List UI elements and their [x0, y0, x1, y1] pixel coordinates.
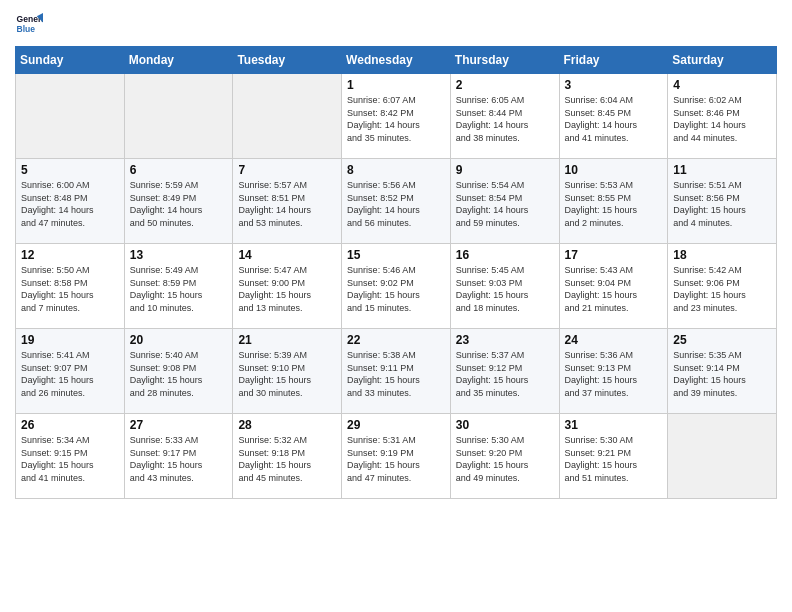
day-number: 4: [673, 78, 771, 92]
calendar-cell: 2Sunrise: 6:05 AM Sunset: 8:44 PM Daylig…: [450, 74, 559, 159]
weekday-header: Sunday: [16, 47, 125, 74]
calendar-cell: 7Sunrise: 5:57 AM Sunset: 8:51 PM Daylig…: [233, 159, 342, 244]
day-number: 26: [21, 418, 119, 432]
calendar-header-row: SundayMondayTuesdayWednesdayThursdayFrid…: [16, 47, 777, 74]
calendar-week-row: 19Sunrise: 5:41 AM Sunset: 9:07 PM Dayli…: [16, 329, 777, 414]
cell-content: Sunrise: 5:34 AM Sunset: 9:15 PM Dayligh…: [21, 434, 119, 484]
day-number: 31: [565, 418, 663, 432]
calendar-cell: 29Sunrise: 5:31 AM Sunset: 9:19 PM Dayli…: [342, 414, 451, 499]
day-number: 2: [456, 78, 554, 92]
day-number: 10: [565, 163, 663, 177]
calendar-cell: 10Sunrise: 5:53 AM Sunset: 8:55 PM Dayli…: [559, 159, 668, 244]
cell-content: Sunrise: 6:07 AM Sunset: 8:42 PM Dayligh…: [347, 94, 445, 144]
day-number: 21: [238, 333, 336, 347]
cell-content: Sunrise: 5:35 AM Sunset: 9:14 PM Dayligh…: [673, 349, 771, 399]
cell-content: Sunrise: 5:53 AM Sunset: 8:55 PM Dayligh…: [565, 179, 663, 229]
calendar-cell: 8Sunrise: 5:56 AM Sunset: 8:52 PM Daylig…: [342, 159, 451, 244]
calendar-cell: 25Sunrise: 5:35 AM Sunset: 9:14 PM Dayli…: [668, 329, 777, 414]
calendar-cell: 22Sunrise: 5:38 AM Sunset: 9:11 PM Dayli…: [342, 329, 451, 414]
day-number: 27: [130, 418, 228, 432]
calendar-cell: 5Sunrise: 6:00 AM Sunset: 8:48 PM Daylig…: [16, 159, 125, 244]
cell-content: Sunrise: 5:57 AM Sunset: 8:51 PM Dayligh…: [238, 179, 336, 229]
calendar-cell: 14Sunrise: 5:47 AM Sunset: 9:00 PM Dayli…: [233, 244, 342, 329]
calendar-cell: 20Sunrise: 5:40 AM Sunset: 9:08 PM Dayli…: [124, 329, 233, 414]
day-number: 9: [456, 163, 554, 177]
cell-content: Sunrise: 6:05 AM Sunset: 8:44 PM Dayligh…: [456, 94, 554, 144]
calendar-week-row: 26Sunrise: 5:34 AM Sunset: 9:15 PM Dayli…: [16, 414, 777, 499]
day-number: 15: [347, 248, 445, 262]
calendar-cell: 30Sunrise: 5:30 AM Sunset: 9:20 PM Dayli…: [450, 414, 559, 499]
calendar-cell: 19Sunrise: 5:41 AM Sunset: 9:07 PM Dayli…: [16, 329, 125, 414]
logo-icon: General Blue: [15, 10, 43, 38]
calendar-cell: 17Sunrise: 5:43 AM Sunset: 9:04 PM Dayli…: [559, 244, 668, 329]
calendar-cell: 16Sunrise: 5:45 AM Sunset: 9:03 PM Dayli…: [450, 244, 559, 329]
weekday-header: Friday: [559, 47, 668, 74]
weekday-header: Saturday: [668, 47, 777, 74]
cell-content: Sunrise: 5:30 AM Sunset: 9:21 PM Dayligh…: [565, 434, 663, 484]
day-number: 23: [456, 333, 554, 347]
cell-content: Sunrise: 5:45 AM Sunset: 9:03 PM Dayligh…: [456, 264, 554, 314]
calendar-table: SundayMondayTuesdayWednesdayThursdayFrid…: [15, 46, 777, 499]
cell-content: Sunrise: 5:32 AM Sunset: 9:18 PM Dayligh…: [238, 434, 336, 484]
calendar-cell: 31Sunrise: 5:30 AM Sunset: 9:21 PM Dayli…: [559, 414, 668, 499]
calendar-cell: 24Sunrise: 5:36 AM Sunset: 9:13 PM Dayli…: [559, 329, 668, 414]
cell-content: Sunrise: 5:50 AM Sunset: 8:58 PM Dayligh…: [21, 264, 119, 314]
day-number: 22: [347, 333, 445, 347]
cell-content: Sunrise: 5:59 AM Sunset: 8:49 PM Dayligh…: [130, 179, 228, 229]
calendar-week-row: 12Sunrise: 5:50 AM Sunset: 8:58 PM Dayli…: [16, 244, 777, 329]
day-number: 3: [565, 78, 663, 92]
calendar-cell: 11Sunrise: 5:51 AM Sunset: 8:56 PM Dayli…: [668, 159, 777, 244]
day-number: 28: [238, 418, 336, 432]
calendar-cell: [16, 74, 125, 159]
day-number: 1: [347, 78, 445, 92]
day-number: 30: [456, 418, 554, 432]
day-number: 6: [130, 163, 228, 177]
cell-content: Sunrise: 5:41 AM Sunset: 9:07 PM Dayligh…: [21, 349, 119, 399]
cell-content: Sunrise: 5:46 AM Sunset: 9:02 PM Dayligh…: [347, 264, 445, 314]
calendar-week-row: 5Sunrise: 6:00 AM Sunset: 8:48 PM Daylig…: [16, 159, 777, 244]
calendar-cell: 15Sunrise: 5:46 AM Sunset: 9:02 PM Dayli…: [342, 244, 451, 329]
cell-content: Sunrise: 5:56 AM Sunset: 8:52 PM Dayligh…: [347, 179, 445, 229]
cell-content: Sunrise: 5:38 AM Sunset: 9:11 PM Dayligh…: [347, 349, 445, 399]
cell-content: Sunrise: 5:40 AM Sunset: 9:08 PM Dayligh…: [130, 349, 228, 399]
calendar-cell: 26Sunrise: 5:34 AM Sunset: 9:15 PM Dayli…: [16, 414, 125, 499]
cell-content: Sunrise: 6:04 AM Sunset: 8:45 PM Dayligh…: [565, 94, 663, 144]
day-number: 8: [347, 163, 445, 177]
cell-content: Sunrise: 5:39 AM Sunset: 9:10 PM Dayligh…: [238, 349, 336, 399]
calendar-cell: 21Sunrise: 5:39 AM Sunset: 9:10 PM Dayli…: [233, 329, 342, 414]
calendar-cell: 4Sunrise: 6:02 AM Sunset: 8:46 PM Daylig…: [668, 74, 777, 159]
calendar-cell: [668, 414, 777, 499]
weekday-header: Wednesday: [342, 47, 451, 74]
weekday-header: Thursday: [450, 47, 559, 74]
cell-content: Sunrise: 5:33 AM Sunset: 9:17 PM Dayligh…: [130, 434, 228, 484]
cell-content: Sunrise: 6:00 AM Sunset: 8:48 PM Dayligh…: [21, 179, 119, 229]
day-number: 19: [21, 333, 119, 347]
calendar-body: 1Sunrise: 6:07 AM Sunset: 8:42 PM Daylig…: [16, 74, 777, 499]
day-number: 25: [673, 333, 771, 347]
cell-content: Sunrise: 5:42 AM Sunset: 9:06 PM Dayligh…: [673, 264, 771, 314]
day-number: 14: [238, 248, 336, 262]
day-number: 20: [130, 333, 228, 347]
day-number: 29: [347, 418, 445, 432]
cell-content: Sunrise: 5:49 AM Sunset: 8:59 PM Dayligh…: [130, 264, 228, 314]
page-header: General Blue: [15, 10, 777, 38]
day-number: 24: [565, 333, 663, 347]
weekday-header: Tuesday: [233, 47, 342, 74]
day-number: 12: [21, 248, 119, 262]
calendar-cell: 27Sunrise: 5:33 AM Sunset: 9:17 PM Dayli…: [124, 414, 233, 499]
calendar-week-row: 1Sunrise: 6:07 AM Sunset: 8:42 PM Daylig…: [16, 74, 777, 159]
calendar-cell: 3Sunrise: 6:04 AM Sunset: 8:45 PM Daylig…: [559, 74, 668, 159]
day-number: 13: [130, 248, 228, 262]
cell-content: Sunrise: 5:30 AM Sunset: 9:20 PM Dayligh…: [456, 434, 554, 484]
cell-content: Sunrise: 5:36 AM Sunset: 9:13 PM Dayligh…: [565, 349, 663, 399]
day-number: 18: [673, 248, 771, 262]
calendar-cell: 9Sunrise: 5:54 AM Sunset: 8:54 PM Daylig…: [450, 159, 559, 244]
cell-content: Sunrise: 5:47 AM Sunset: 9:00 PM Dayligh…: [238, 264, 336, 314]
calendar-cell: [124, 74, 233, 159]
calendar-cell: [233, 74, 342, 159]
calendar-cell: 6Sunrise: 5:59 AM Sunset: 8:49 PM Daylig…: [124, 159, 233, 244]
weekday-header: Monday: [124, 47, 233, 74]
day-number: 11: [673, 163, 771, 177]
calendar-cell: 12Sunrise: 5:50 AM Sunset: 8:58 PM Dayli…: [16, 244, 125, 329]
day-number: 7: [238, 163, 336, 177]
